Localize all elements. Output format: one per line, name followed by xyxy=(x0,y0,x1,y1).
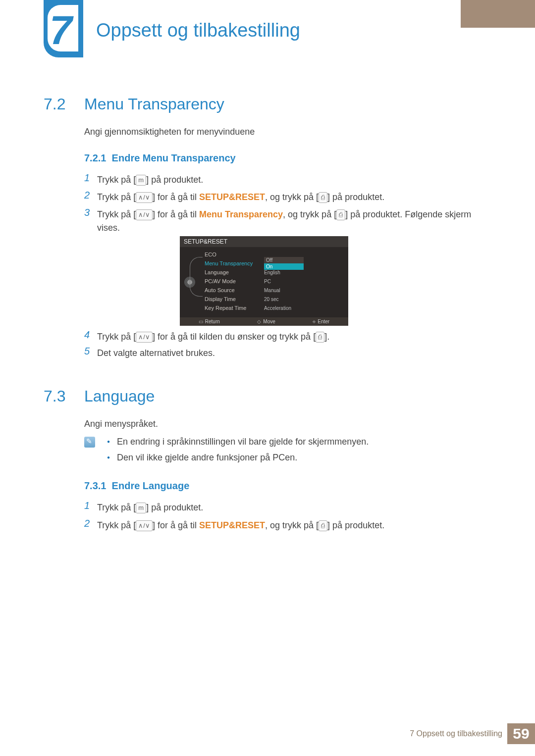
sub-num: 7.2.1 xyxy=(84,152,106,163)
note-icon xyxy=(84,437,95,448)
updown-key-icon: ∧/∨ xyxy=(136,209,153,220)
section-number-72: 7.2 xyxy=(44,95,65,113)
enter-key-icon: ⎙ xyxy=(319,520,327,531)
m-key-icon: m xyxy=(136,503,146,513)
sub-title: Endre Menu Transparency xyxy=(112,152,236,163)
step-1-num: 1 xyxy=(84,172,90,184)
enter-key-icon: ⎙ xyxy=(336,209,345,220)
bullet-icon: ● xyxy=(107,439,110,444)
section-number-73: 7.3 xyxy=(44,387,65,405)
m-key-icon: m xyxy=(136,175,146,186)
section-title-72: Menu Transparency xyxy=(84,95,224,113)
step73-1-text: Trykk på [m] på produktet. xyxy=(97,501,474,514)
bullet-icon: ● xyxy=(107,454,110,460)
updown-key-icon: ∧/∨ xyxy=(136,192,153,203)
enter-key-icon: ⎙ xyxy=(319,192,327,203)
section72-intro: Angi gjennomsiktigheten for menyvinduene xyxy=(84,127,255,137)
enter-key-icon: ⎙ xyxy=(316,332,324,343)
step73-2-num: 2 xyxy=(84,518,90,529)
osd-title: SETUP&RESET xyxy=(180,236,348,247)
step-2-num: 2 xyxy=(84,190,90,201)
step-5-num: 5 xyxy=(84,346,90,357)
chapter-title: Oppsett og tilbakestilling xyxy=(96,20,300,41)
step73-1-num: 1 xyxy=(84,500,90,511)
step-2-text: Trykk på [∧/∨] for å gå til SETUP&RESET,… xyxy=(97,191,474,204)
section-title-73: Language xyxy=(84,387,155,405)
step-4-num: 4 xyxy=(84,329,90,341)
step-3-num: 3 xyxy=(84,207,90,218)
section73-intro: Angi menyspråket. xyxy=(84,419,158,429)
page-footer: 7 Oppsett og tilbakestilling 59 xyxy=(410,723,535,744)
subsection-721: 7.2.1 Endre Menu Transparency xyxy=(84,152,236,164)
note-2: Den vil ikke gjelde andre funksjoner på … xyxy=(117,453,297,463)
updown-key-icon: ∧/∨ xyxy=(136,520,153,531)
subsection-731: 7.3.1 Endre Language xyxy=(84,480,189,492)
note-1: En endring i språkinnstillingen vil bare… xyxy=(117,437,369,447)
osd-screenshot: SETUP&RESET ECO Menu Transparency Off On… xyxy=(180,236,348,326)
step-3-text: Trykk på [∧/∨] for å gå til Menu Transpa… xyxy=(97,208,474,235)
footer-text: 7 Oppsett og tilbakestilling xyxy=(410,729,502,738)
chapter-number: 7 xyxy=(50,7,72,53)
osd-footer: Return Move Enter xyxy=(180,317,348,326)
top-stripe xyxy=(461,0,535,28)
sub-title: Endre Language xyxy=(112,480,190,491)
page-number: 59 xyxy=(507,723,535,744)
step-1-text: Trykk på [m] på produktet. xyxy=(97,173,474,187)
updown-key-icon: ∧/∨ xyxy=(136,332,153,343)
osd-arc xyxy=(190,257,203,297)
osd-menu: ECO Menu Transparency Off On LanguageEng… xyxy=(200,247,348,317)
step-4-text: Trykk på [∧/∨] for å gå til kilden du øn… xyxy=(97,330,474,344)
sub-num: 7.3.1 xyxy=(84,480,106,491)
step73-2-text: Trykk på [∧/∨] for å gå til SETUP&RESET,… xyxy=(97,519,474,532)
step-5-text: Det valgte alternativet brukes. xyxy=(97,347,474,360)
